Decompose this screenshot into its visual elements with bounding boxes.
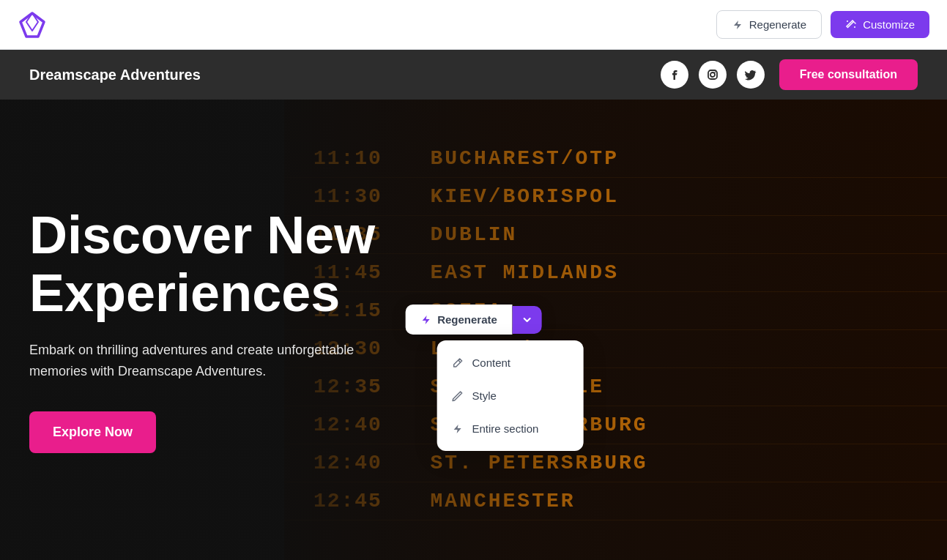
- hero-section: 11:10 BUCHAREST/OTP11:30 KIEV/BORISPOL11…: [0, 100, 947, 560]
- instagram-icon[interactable]: [699, 61, 727, 89]
- wand-icon: [845, 19, 857, 31]
- regenerate-button[interactable]: Regenerate: [716, 10, 822, 39]
- popup-bolt-icon: [420, 314, 431, 326]
- svg-point-2: [847, 20, 848, 22]
- bolt-icon: [732, 19, 743, 31]
- top-toolbar: Regenerate Customize: [0, 0, 947, 50]
- dropdown-item-entire-section[interactable]: Entire section: [437, 412, 583, 445]
- content-pencil-icon: [451, 357, 463, 369]
- popup-regenerate-label: Regenerate: [437, 313, 497, 326]
- chevron-down-icon: [522, 315, 532, 325]
- twitter-icon[interactable]: [737, 61, 765, 89]
- popup-regenerate-button[interactable]: Regenerate: [405, 305, 513, 335]
- toolbar-logo: [18, 10, 47, 40]
- customize-button[interactable]: Customize: [831, 11, 929, 38]
- popup-chevron-button[interactable]: [513, 306, 542, 334]
- hero-subtitle: Embark on thrilling adventures and creat…: [29, 340, 410, 382]
- dropdown-menu: Content Style Entire section: [437, 340, 583, 451]
- svg-point-6: [714, 72, 716, 73]
- customize-label: Customize: [863, 18, 915, 31]
- toolbar-actions: Regenerate Customize: [716, 10, 929, 39]
- entire-section-bolt-icon: [451, 423, 463, 435]
- svg-rect-4: [708, 70, 717, 79]
- regenerate-label: Regenerate: [749, 18, 806, 31]
- svg-marker-0: [21, 13, 44, 37]
- site-brand: Dreamscape Adventures: [29, 67, 201, 83]
- free-consultation-button[interactable]: Free consultation: [779, 59, 918, 90]
- social-icons: [661, 61, 765, 89]
- dropdown-content-label: Content: [472, 356, 510, 369]
- style-pencil-icon: [451, 390, 463, 402]
- svg-point-5: [710, 72, 715, 77]
- dropdown-item-content[interactable]: Content: [437, 346, 583, 379]
- logo-icon: [18, 10, 47, 40]
- regenerate-popup: Regenerate Content Style: [405, 305, 542, 335]
- svg-point-3: [854, 26, 855, 28]
- dropdown-item-style[interactable]: Style: [437, 379, 583, 412]
- dropdown-style-label: Style: [472, 389, 496, 402]
- site-nav-right: Free consultation: [661, 59, 918, 90]
- dropdown-entire-section-label: Entire section: [472, 422, 538, 435]
- site-navbar: Dreamscape Adventures Fre: [0, 50, 947, 100]
- explore-now-button[interactable]: Explore Now: [29, 411, 156, 453]
- facebook-icon[interactable]: [661, 61, 688, 89]
